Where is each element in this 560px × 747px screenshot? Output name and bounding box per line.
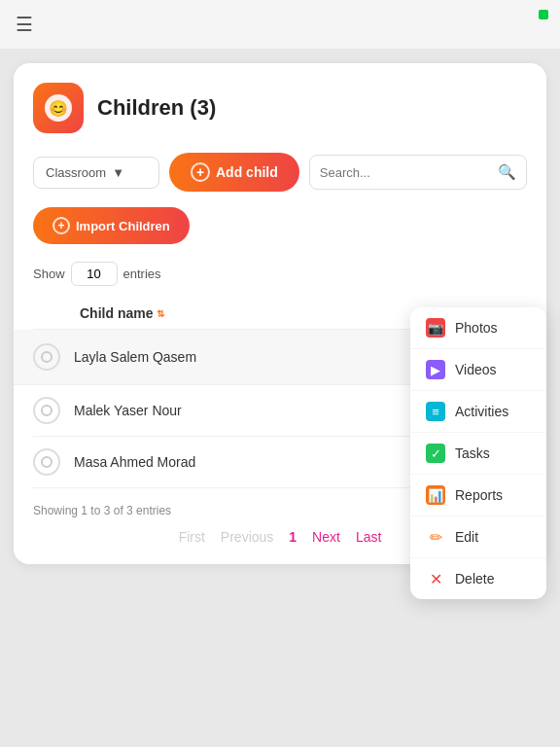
top-bar: ☰ [0,0,560,49]
add-child-label: Add child [216,164,278,180]
row-expand-icon[interactable] [33,397,60,424]
previous-page-button[interactable]: Previous [221,529,273,545]
import-button[interactable]: + Import Children [33,207,190,244]
sort-icon[interactable]: ⇅ [157,308,164,319]
show-label: Show [33,267,65,281]
next-page-button[interactable]: Next [312,529,340,545]
videos-icon: ▶ [426,360,445,379]
avatar: 😊 [33,83,84,133]
controls-row: Classroom ▼ + Add child 🔍 [33,153,527,192]
row-icon-inner [41,351,52,363]
entries-row: Show entries [33,262,527,286]
row-expand-icon[interactable] [33,448,60,476]
add-child-plus-icon: + [191,162,210,182]
avatar-icon: 😊 [45,94,72,122]
page-title: Children (3) [97,95,216,121]
status-indicator [539,10,548,19]
classroom-select[interactable]: Classroom ▼ [33,157,159,189]
delete-icon: ✕ [426,569,445,588]
dropdown-arrow-icon: ▼ [112,165,147,180]
first-page-button[interactable]: First [179,529,205,545]
context-menu: 📷 Photos ▶ Videos ≡ Activities ✓ Tasks 📊… [410,307,546,599]
classroom-label: Classroom [46,165,106,180]
col-name: Child name ⇅ [80,305,164,321]
edit-icon: ✏ [426,527,445,547]
tasks-icon: ✓ [426,444,445,463]
add-child-button[interactable]: + Add child [169,153,299,192]
menu-item-videos[interactable]: ▶ Videos [410,349,546,391]
row-expand-icon[interactable] [33,343,60,371]
delete-label: Delete [455,571,494,587]
menu-item-reports[interactable]: 📊 Reports [410,475,546,516]
hamburger-icon[interactable]: ☰ [16,13,33,36]
edit-label: Edit [455,529,478,545]
menu-item-photos[interactable]: 📷 Photos [410,307,546,349]
row-icon-inner [41,456,52,468]
reports-icon: 📊 [426,485,445,505]
activities-icon: ≡ [426,402,445,421]
tasks-label: Tasks [455,445,490,461]
import-label: Import Children [76,219,170,233]
entries-label: entries [123,267,161,281]
menu-item-edit[interactable]: ✏ Edit [410,516,546,558]
videos-label: Videos [455,362,497,377]
search-icon: 🔍 [498,163,516,181]
photos-label: Photos [455,320,498,336]
import-plus-icon: + [52,217,70,234]
current-page: 1 [289,529,297,545]
photos-icon: 📷 [426,318,445,338]
card-header: 😊 Children (3) [33,83,527,133]
reports-label: Reports [455,487,503,503]
row-icon-inner [41,405,52,416]
entries-input[interactable] [71,262,118,286]
menu-item-tasks[interactable]: ✓ Tasks [410,433,546,475]
search-box[interactable]: 🔍 [309,155,527,190]
last-page-button[interactable]: Last [356,529,381,545]
menu-item-delete[interactable]: ✕ Delete [410,558,546,599]
activities-label: Activities [455,404,508,419]
menu-item-activities[interactable]: ≡ Activities [410,391,546,433]
search-input[interactable] [320,165,498,180]
